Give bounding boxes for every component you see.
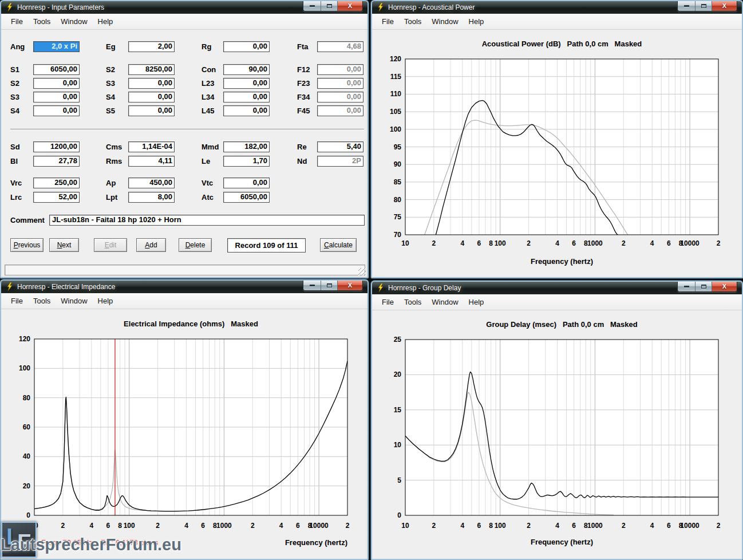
param-field-vrc[interactable]: 250,00 [33,178,80,188]
menu-tools[interactable]: Tools [28,294,56,309]
maximize-icon [327,4,332,8]
param-field-s3[interactable]: 0,00 [128,78,175,89]
param-field-sd[interactable]: 1200,00 [33,141,80,152]
param-field-re[interactable]: 5,40 [317,141,363,152]
maximize-button[interactable] [321,281,338,290]
menu-file[interactable]: File [377,14,399,29]
power-chart[interactable]: 7075808590951001051101151201024681002468… [372,30,740,277]
menu-window[interactable]: Window [56,14,92,29]
calculate-button[interactable]: Calculate [320,238,357,252]
previous-button[interactable]: Previous [10,238,44,252]
resize-grip[interactable] [358,268,366,275]
param-label-l23: L23 [201,79,214,88]
y-tick-label: 80 [394,196,402,204]
minimize-icon [310,285,315,286]
y-tick-label: 120 [19,335,30,343]
param-field-vtc[interactable]: 0,00 [223,178,270,188]
param-field-mmd[interactable]: 182,00 [223,141,270,152]
acoustical-power-chart-area[interactable]: 7075808590951001051101151201024681002468… [372,30,742,277]
y-tick-label: 100 [390,125,401,133]
electrical-impedance-chart-area[interactable]: 0204060801001201024681002468100024681000… [1,309,367,559]
param-label-s4: S4 [10,107,19,115]
titlebar[interactable]: Hornresp - Electrical Impedance X [1,281,367,293]
param-field-s3[interactable]: 0,00 [33,92,80,102]
x-tick-label: 4 [460,522,464,530]
param-field-s4[interactable]: 0,00 [33,105,80,116]
x-tick-label: 1000 [587,239,603,247]
maximize-button[interactable] [695,1,712,11]
menu-help[interactable]: Help [93,294,118,309]
param-field-l34[interactable]: 0,00 [223,92,270,102]
menu-window[interactable]: Window [426,295,463,310]
menu-help[interactable]: Help [464,295,489,310]
param-field-lpt[interactable]: 8,00 [128,192,175,203]
menubar: File Tools Window Help [1,14,367,30]
x-tick-label: 6 [667,522,671,530]
param-field-eg[interactable]: 2,00 [128,41,175,52]
param-field-lrc[interactable]: 52,00 [33,192,80,203]
x-tick-label: 10000 [309,522,329,530]
param-field-bl[interactable]: 27,78 [33,156,80,167]
desktop: Hornresp - Input Parameters X File Tools… [0,0,743,560]
titlebar[interactable]: Hornresp - Acoustical Power X [372,1,742,14]
param-field-atc[interactable]: 6050,00 [223,192,270,203]
menu-tools[interactable]: Tools [399,14,426,29]
maximize-button[interactable] [321,1,338,11]
close-button[interactable]: X [712,1,737,11]
y-tick-label: 95 [394,143,402,151]
maximize-button[interactable] [695,282,712,291]
param-label-s4: S4 [106,93,115,101]
x-tick-label: 4 [89,522,93,530]
minimize-button[interactable] [303,1,321,11]
group_delay-chart[interactable]: 0510152025102468100246810002468100002Gro… [372,310,740,559]
y-tick-label: 100 [19,364,30,372]
x-tick-label: 4 [555,239,559,247]
param-field-rms[interactable]: 4,11 [128,156,175,167]
param-field-cms[interactable]: 1,14E-04 [128,141,175,152]
menu-tools[interactable]: Tools [399,295,426,310]
param-label-atc: Atc [201,193,214,202]
param-field-con[interactable]: 90,00 [223,64,270,75]
next-button[interactable]: Next [49,238,79,252]
param-field-s1[interactable]: 6050,00 [33,64,80,75]
close-button[interactable]: X [338,1,362,11]
minimize-button[interactable] [678,1,695,11]
param-label-s2: S2 [10,79,19,88]
menu-window[interactable]: Window [426,14,463,29]
param-field-l45[interactable]: 0,00 [223,105,270,116]
add-button[interactable]: Add [136,238,166,252]
param-field-ang[interactable]: 2,0 x Pi [33,41,80,52]
close-button[interactable]: X [712,282,737,291]
x-tick-label: 10 [401,239,409,247]
minimize-button[interactable] [303,281,321,290]
titlebar[interactable]: Hornresp - Input Parameters X [1,1,367,14]
menu-tools[interactable]: Tools [28,14,56,29]
menu-file[interactable]: File [6,294,28,309]
menu-help[interactable]: Help [464,14,489,29]
group-delay-chart-area[interactable]: 0510152025102468100246810002468100002Gro… [372,310,742,559]
param-field-rg[interactable]: 0,00 [223,41,270,52]
param-field-s5[interactable]: 0,00 [128,105,175,116]
titlebar[interactable]: Hornresp - Group Delay X [372,282,742,294]
param-label-lpt: Lpt [106,193,117,202]
minimize-button[interactable] [678,282,695,291]
param-field-s2[interactable]: 8250,00 [128,64,175,75]
x-axis-label: Frequency (hertz) [531,257,593,266]
menu-help[interactable]: Help [93,14,118,29]
close-button[interactable]: X [338,281,362,290]
menu-window[interactable]: Window [56,294,92,309]
param-field-ap[interactable]: 450,00 [128,178,175,188]
menu-file[interactable]: File [377,295,399,310]
impedance-chart[interactable]: 0204060801001201024681002468100024681000… [1,309,366,559]
x-tick-label: 4 [650,239,654,247]
comment-input[interactable]: JL-sub18n - Faital 18 hp 1020 + Horn [49,215,365,226]
y-tick-label: 75 [394,213,402,221]
param-field-le[interactable]: 1,70 [223,156,270,167]
param-field-l23[interactable]: 0,00 [223,78,270,89]
menu-file[interactable]: File [6,14,28,29]
param-label-s3: S3 [106,79,115,88]
param-field-s4[interactable]: 0,00 [128,92,175,102]
delete-button[interactable]: Delete [179,238,212,252]
param-field-nd: 2P [317,156,363,167]
param-field-s2[interactable]: 0,00 [33,78,80,89]
